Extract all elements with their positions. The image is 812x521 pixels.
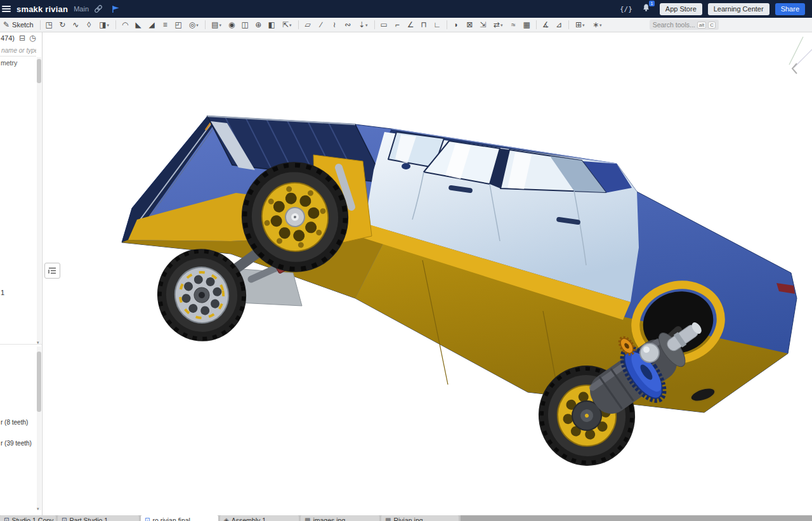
tool-tab[interactable]: ⊓ xyxy=(417,18,431,31)
tool-boolean[interactable]: ⊕ xyxy=(252,18,265,31)
tool-named-views[interactable]: ⊞ xyxy=(572,18,589,31)
tab-icon: ▩ xyxy=(385,517,391,521)
caret-down-icon xyxy=(582,23,585,27)
app-store-button[interactable]: App Store xyxy=(660,3,702,15)
toolbar-tool xyxy=(296,18,301,31)
tool-sweep[interactable]: ∿ xyxy=(69,18,82,31)
caret-down-icon xyxy=(107,23,110,27)
share-button[interactable]: Share xyxy=(775,3,805,15)
flag-icon[interactable] xyxy=(112,5,120,13)
tool-shell[interactable]: ◰ xyxy=(172,18,185,31)
sketch-icon: ✎ xyxy=(3,20,10,29)
tool-icon: ⌐ xyxy=(395,21,400,29)
tool-spline[interactable]: ∾ xyxy=(341,18,355,31)
parts-scrollbar-thumb[interactable] xyxy=(37,352,41,412)
tool-filter-options[interactable]: ⊟ xyxy=(19,34,25,42)
tool-thicken[interactable]: ◨ xyxy=(96,18,113,31)
tool-icon xyxy=(568,20,569,29)
document-tab-bar: ⊡ Studio 1 Copy 1 ⊡ Part Studio 1 ⊡ ro r… xyxy=(0,515,812,521)
search-tools[interactable]: Search tools... alt C xyxy=(650,20,719,30)
notifications-button[interactable]: 1 xyxy=(641,3,651,15)
tool-helix[interactable]: ≀ xyxy=(328,18,341,31)
tool-revolve[interactable]: ↻ xyxy=(56,18,69,31)
cv-joint[interactable] xyxy=(640,343,659,362)
part-item-r-8-teeth-[interactable]: r (8 teeth) xyxy=(1,419,36,440)
tool-move-face[interactable]: ⇲ xyxy=(476,18,490,31)
scroll-down-arrow[interactable]: ▾ xyxy=(37,506,39,511)
tool-icon: ◧ xyxy=(268,21,275,29)
tool-linear-pattern[interactable]: ▤ xyxy=(208,18,225,31)
notification-badge: 1 xyxy=(649,1,655,6)
tool-fill-surface[interactable]: ▦ xyxy=(520,18,534,31)
toolbar-tool xyxy=(566,18,572,31)
tool-delete-face[interactable]: ⊠ xyxy=(463,18,476,31)
feature-item[interactable]: 1 xyxy=(1,289,4,296)
tool-icon: ◳ xyxy=(46,21,53,29)
tool-display-options[interactable]: ∗ xyxy=(589,18,606,31)
tool-icon: ◎ xyxy=(189,21,195,29)
filter-input[interactable] xyxy=(0,45,36,56)
tool-icon: ⇲ xyxy=(480,21,486,29)
tool-icon: ◢ xyxy=(149,21,155,29)
featurescript-icon[interactable]: {/} xyxy=(620,5,632,13)
tool-sheet-metal-model[interactable]: ▭ xyxy=(377,18,391,31)
tool-bend[interactable]: ∠ xyxy=(404,18,417,31)
truck-model[interactable] xyxy=(122,116,797,473)
tool-fillet[interactable]: ◠ xyxy=(119,18,132,31)
learning-center-button[interactable]: Learning Center xyxy=(708,3,769,15)
tool-icon xyxy=(536,20,537,29)
tool-project-curve[interactable]: ⇣ xyxy=(355,18,372,31)
tool-icon xyxy=(205,20,206,29)
workspace-name[interactable]: Main xyxy=(74,5,89,13)
3d-viewport[interactable] xyxy=(42,32,812,515)
document-tab-studio-1-copy-1[interactable]: ⊡ Studio 1 Copy 1 xyxy=(0,515,56,521)
tool-plane[interactable]: ▱ xyxy=(301,18,315,31)
document-tab-images-jpg[interactable]: ▩ images.jpg xyxy=(301,515,379,521)
tool-chamfer[interactable]: ◣ xyxy=(132,18,145,31)
tool-rib[interactable]: ≡ xyxy=(159,18,172,31)
features-flyout-button[interactable] xyxy=(44,263,60,279)
features-group-label[interactable]: metry xyxy=(1,59,17,67)
tool-extrude[interactable]: ◳ xyxy=(43,18,56,31)
tool-icon: ◨ xyxy=(99,21,106,29)
tool-loft[interactable]: ◊ xyxy=(82,18,96,31)
document-tab-assembly-1[interactable]: ◈ Assembly 1 xyxy=(220,515,299,521)
tool-split[interactable]: ◧ xyxy=(265,18,278,31)
tab-icon: ⊡ xyxy=(62,517,67,521)
tool-icon: ∿ xyxy=(72,21,79,29)
tool-circular-pattern[interactable]: ◉ xyxy=(225,18,239,31)
tab-icon: ◈ xyxy=(224,517,229,521)
tool-transform[interactable]: ⇱ xyxy=(278,18,296,31)
link-icon[interactable] xyxy=(94,4,103,13)
tool-replace-face[interactable]: ⇄ xyxy=(490,18,507,31)
tool-sketch[interactable]: ✎ Sketch xyxy=(0,20,38,29)
document-tab-part-studio-1[interactable]: ⊡ Part Studio 1 xyxy=(58,515,139,521)
document-tab-rivian-jpg[interactable]: ▩ Rivian.jpg xyxy=(381,515,459,521)
caret-down-icon xyxy=(365,23,368,27)
tool-icon: ◊ xyxy=(87,21,91,29)
feature-list-header: 474) ⊟◷ xyxy=(0,32,42,44)
tool-offset-surface[interactable]: ≈ xyxy=(507,18,520,31)
document-tab-ro-rivian-final[interactable]: ⊡ ro rivian final xyxy=(141,515,218,521)
toolbar-tool xyxy=(534,18,539,31)
tool-hole[interactable]: ◎ xyxy=(185,18,202,31)
caret-down-icon xyxy=(219,23,222,27)
tool-measure[interactable]: ∡ xyxy=(539,18,553,31)
tool-axis[interactable]: ∕ xyxy=(315,18,328,31)
tool-draft[interactable]: ◢ xyxy=(145,18,159,31)
document-title: smakk rivian xyxy=(16,4,68,14)
tool-wrap[interactable]: ◗ xyxy=(450,18,463,31)
view-orientation-triad[interactable] xyxy=(789,37,812,74)
tool-mirror[interactable]: ◫ xyxy=(239,18,252,31)
tool-group: ◳ ↻ ∿ ◊ ◨ xyxy=(43,18,606,32)
tool-mass-properties[interactable]: ⊿ xyxy=(553,18,566,31)
tool-history[interactable]: ◷ xyxy=(29,34,36,42)
part-item-r-39-teeth-[interactable]: r (39 teeth) xyxy=(1,440,36,461)
tool-icon: ⇱ xyxy=(282,21,289,29)
tool-corner-break[interactable]: ∟ xyxy=(431,18,444,31)
features-scrollbar-thumb[interactable] xyxy=(37,59,41,83)
tool-icon: ∠ xyxy=(407,21,414,29)
tool-flange[interactable]: ⌐ xyxy=(391,18,404,31)
panel-header-icons: ⊟◷ xyxy=(19,34,36,42)
hamburger-menu-icon[interactable] xyxy=(2,6,11,12)
